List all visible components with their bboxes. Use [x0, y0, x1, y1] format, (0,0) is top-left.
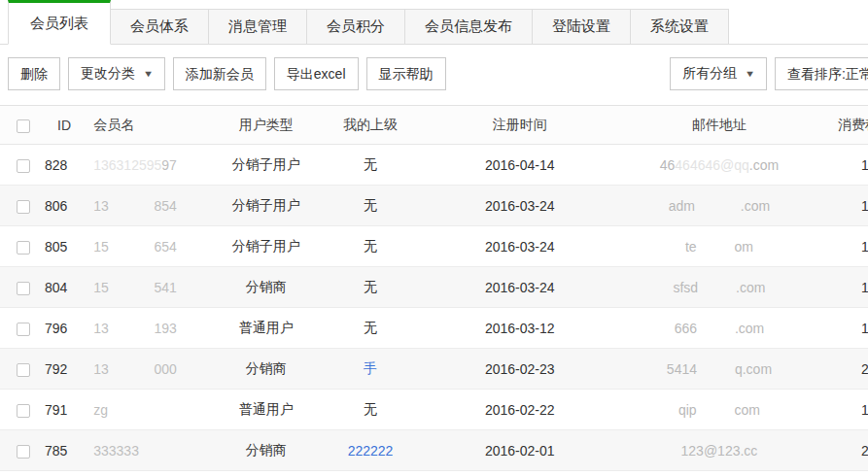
button-label: 显示帮助	[379, 66, 434, 82]
cell-points: 1	[816, 267, 868, 308]
button-label: 导出excel	[287, 66, 346, 82]
tab-2[interactable]: 消息管理	[208, 9, 307, 44]
username-visible-part: 97	[161, 157, 177, 173]
superior-value: 无	[364, 401, 377, 417]
cell-id: 792	[37, 349, 82, 390]
toolbar-left-group: 删除 更改分类 ▼ 添加新会员 导出excel 显示帮助	[8, 57, 454, 90]
tab-1[interactable]: 会员体系	[110, 9, 209, 44]
row-checkbox[interactable]	[17, 323, 30, 336]
cell-register-date: 2016-03-24	[417, 267, 622, 308]
cell-register-date: 2016-03-24	[417, 186, 622, 226]
email-visible-part: 5414	[667, 361, 697, 377]
row-checkbox[interactable]	[17, 363, 30, 377]
table-row: 792 13 000 分销商 手 2016-02-23 5414 q.com 2	[0, 349, 868, 390]
cell-email: 123@123.cc	[622, 430, 816, 471]
tab-3[interactable]: 会员积分	[306, 9, 405, 44]
col-header-superior: 我的上级	[324, 106, 418, 145]
cell-id: 828	[37, 145, 82, 186]
col-header-id: ID	[37, 106, 82, 145]
username-visible-part: 15	[93, 280, 109, 295]
toolbar-button[interactable]: 导出excel	[274, 57, 359, 90]
col-header-user-type: 用户类型	[209, 106, 324, 145]
cell-register-date: 2016-02-22	[417, 390, 622, 430]
cell-username: 15 654	[82, 226, 209, 267]
username-visible-part: 333333	[93, 443, 139, 459]
row-checkbox[interactable]	[17, 200, 30, 214]
cell-email: qip com	[622, 390, 816, 430]
tab-4[interactable]: 会员信息发布	[404, 9, 533, 44]
email-visible-part: com	[735, 402, 760, 418]
cell-superior: 无	[324, 145, 418, 186]
cell-superior: 222222	[324, 430, 418, 471]
superior-link[interactable]: 222222	[348, 443, 394, 459]
col-header-username: 会员名	[82, 106, 209, 145]
table-row: 828 13631259597 分销子用户 无 2016-04-14 46464…	[0, 145, 868, 186]
cell-id: 785	[37, 430, 82, 471]
row-checkbox[interactable]	[17, 159, 30, 173]
button-label: 添加新会员	[186, 66, 254, 82]
tab-0[interactable]: 会员列表	[8, 0, 111, 45]
email-visible-part: 666	[675, 321, 697, 336]
cell-superior: 无	[324, 308, 418, 349]
email-visible-part: adm	[669, 198, 695, 214]
checkbox-cell	[0, 430, 37, 471]
cell-points: 1	[816, 145, 868, 186]
table-row: 785 333333 分销商 222222 2016-02-01 123@123…	[0, 430, 868, 471]
cell-register-date: 2016-03-24	[417, 226, 622, 267]
toolbar-button[interactable]: 更改分类 ▼	[68, 57, 165, 90]
cell-points: 2	[816, 430, 868, 471]
checkbox-cell	[0, 226, 37, 267]
row-checkbox[interactable]	[17, 404, 30, 418]
email-visible-part: qip	[678, 402, 697, 418]
email-redacted-part	[697, 361, 735, 377]
select-all-checkbox[interactable]	[17, 119, 30, 133]
cell-id: 806	[37, 186, 82, 226]
toolbar-button[interactable]: 添加新会员	[173, 57, 266, 90]
cell-username: 13 854	[82, 186, 209, 226]
cell-points: 1	[816, 390, 868, 430]
toolbar-button[interactable]: 删除	[8, 57, 60, 90]
email-visible-part: q.com	[735, 361, 772, 377]
username-visible-part: 13	[93, 361, 109, 377]
button-label: 查看排序:正常排序	[787, 66, 868, 82]
cell-register-date: 2016-04-14	[417, 145, 622, 186]
cell-email: 5414 q.com	[622, 349, 816, 390]
superior-value: 无	[364, 320, 377, 335]
member-admin-page: 会员列表 会员体系 消息管理 会员积分 会员信息发布 登陆设置 系统设置 删除 …	[0, 0, 868, 471]
tab-bar: 会员列表 会员体系 消息管理 会员积分 会员信息发布 登陆设置 系统设置	[0, 0, 868, 45]
username-visible-part: 13	[93, 321, 109, 336]
cell-superior: 无	[324, 267, 418, 308]
tab-label: 会员体系	[130, 17, 189, 34]
button-label: 更改分类	[81, 65, 135, 81]
cell-superior: 手	[324, 349, 418, 390]
table-row: 804 15 541 分销商 无 2016-03-24 sfsd .com 1	[0, 267, 868, 308]
row-checkbox[interactable]	[17, 282, 30, 295]
row-checkbox[interactable]	[17, 445, 30, 459]
cell-email: 46464646@qq.com	[622, 145, 816, 186]
superior-link[interactable]: 手	[364, 360, 377, 376]
cell-superior: 无	[324, 226, 418, 267]
username-redacted-part	[109, 198, 155, 214]
email-redacted-part	[698, 280, 736, 295]
cell-points: 2	[816, 349, 868, 390]
email-redacted-part	[697, 321, 735, 336]
toolbar-button[interactable]: 显示帮助	[366, 57, 446, 90]
email-redacted-part	[697, 402, 735, 418]
username-redacted-part	[109, 280, 155, 295]
cell-register-date: 2016-03-12	[417, 308, 622, 349]
cell-user-type: 分销商	[209, 430, 324, 471]
row-checkbox[interactable]	[17, 241, 30, 255]
tab-label: 会员信息发布	[425, 17, 512, 34]
username-redacted-part	[109, 321, 155, 336]
toolbar-button[interactable]: 所有分组 ▼	[670, 57, 767, 90]
tab-6[interactable]: 系统设置	[630, 9, 729, 44]
checkbox-cell	[0, 267, 37, 308]
tab-5[interactable]: 登陆设置	[532, 9, 631, 44]
cell-user-type: 分销子用户	[209, 186, 324, 226]
cell-username: 13631259597	[82, 145, 209, 186]
cell-superior: 无	[324, 390, 418, 430]
checkbox-cell	[0, 390, 37, 430]
cell-register-date: 2016-02-23	[417, 349, 622, 390]
toolbar-button[interactable]: 查看排序:正常排序	[775, 57, 868, 90]
cell-id: 791	[37, 390, 82, 430]
